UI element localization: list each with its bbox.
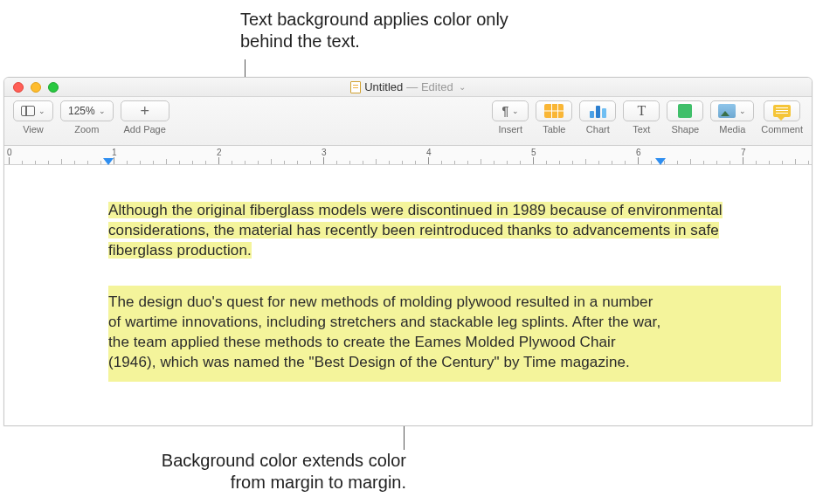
shape-label: Shape	[671, 124, 699, 135]
add-page-button[interactable]: +	[121, 100, 169, 121]
view-label: View	[23, 124, 44, 135]
zoom-button[interactable]: 125% ⌄	[60, 100, 114, 121]
media-group: ⌄ Media	[710, 100, 754, 135]
paragraph-1[interactable]: Although the original fiberglass models …	[108, 201, 781, 261]
window-controls	[4, 82, 59, 93]
text-label: Text	[633, 124, 650, 135]
chevron-down-icon: ⌄	[99, 107, 106, 115]
comment-button[interactable]	[764, 100, 800, 121]
pilcrow-icon: ¶	[501, 104, 508, 118]
chevron-down-icon[interactable]: ⌄	[459, 82, 466, 92]
shape-button[interactable]	[667, 100, 703, 121]
insert-group: ¶ ⌄ Insert	[492, 100, 529, 135]
media-label: Media	[719, 124, 745, 135]
text-icon: T	[637, 103, 646, 119]
ruler-label: 1	[112, 148, 117, 157]
text-button[interactable]: T	[623, 100, 660, 121]
chart-label: Chart	[586, 124, 610, 135]
callout-bottom: Background color extends color from marg…	[135, 450, 406, 494]
paragraph-block-highlight: The design duo's quest for new methods o…	[108, 286, 781, 382]
document-state: — Edited	[406, 80, 453, 93]
toolbar: ⌄ View 125% ⌄ Zoom + Add Page ¶ ⌄ Insert	[4, 97, 812, 146]
ruler-label: 3	[322, 148, 327, 157]
ruler: 01234567	[4, 146, 812, 165]
square-icon	[678, 104, 692, 118]
ruler-label: 0	[7, 148, 12, 157]
app-window: Untitled — Edited ⌄ ⌄ View 125% ⌄ Zoom +…	[3, 77, 813, 426]
chevron-down-icon: ⌄	[38, 107, 45, 115]
document-name: Untitled	[364, 80, 403, 93]
zoom-window-button[interactable]	[48, 82, 59, 93]
titlebar: Untitled — Edited ⌄	[4, 78, 812, 97]
bar-chart-icon	[590, 104, 606, 118]
chart-button[interactable]	[579, 100, 616, 121]
chart-group: Chart	[579, 100, 616, 135]
callout-bottom-leader	[404, 424, 405, 450]
sidebar-icon	[21, 106, 35, 116]
comment-group: Comment	[761, 100, 803, 135]
paragraph-text-highlight: Although the original fiberglass models …	[108, 201, 781, 261]
zoom-group: 125% ⌄ Zoom	[60, 100, 114, 135]
ruler-label: 6	[636, 148, 641, 157]
callout-top: Text background applies color only behin…	[240, 9, 520, 52]
text-group: T Text	[623, 100, 660, 135]
zoom-label: Zoom	[74, 124, 99, 135]
close-window-button[interactable]	[13, 82, 24, 93]
shape-group: Shape	[667, 100, 703, 135]
media-button[interactable]: ⌄	[710, 100, 754, 121]
table-group: Table	[536, 100, 572, 135]
chevron-down-icon: ⌄	[739, 107, 746, 115]
left-margin-marker[interactable]	[103, 158, 114, 165]
chevron-down-icon: ⌄	[512, 107, 519, 115]
insert-button[interactable]: ¶ ⌄	[492, 100, 529, 121]
plus-icon: +	[140, 103, 149, 119]
add-page-label: Add Page	[124, 124, 166, 135]
view-group: ⌄ View	[13, 100, 53, 135]
window-title: Untitled — Edited ⌄	[4, 80, 812, 93]
ruler-label: 5	[531, 148, 536, 157]
table-button[interactable]	[536, 100, 572, 121]
zoom-value: 125%	[68, 105, 95, 117]
comment-label: Comment	[761, 124, 803, 135]
right-margin-marker[interactable]	[655, 158, 666, 165]
minimize-window-button[interactable]	[31, 82, 41, 93]
image-icon	[718, 104, 736, 118]
document-icon	[350, 81, 361, 93]
ruler-label: 2	[217, 148, 222, 157]
table-label: Table	[543, 124, 565, 135]
highlighted-text: Although the original fiberglass models …	[108, 202, 723, 259]
page: Although the original fiberglass models …	[4, 166, 812, 382]
ruler-label: 4	[426, 148, 432, 157]
comment-icon	[773, 105, 791, 117]
add-page-group: + Add Page	[121, 100, 169, 135]
document-canvas[interactable]: Although the original fiberglass models …	[4, 166, 812, 425]
view-button[interactable]: ⌄	[13, 100, 53, 121]
table-icon	[544, 104, 564, 118]
paragraph-2[interactable]: The design duo's quest for new methods o…	[108, 293, 667, 373]
ruler-label: 7	[741, 148, 746, 157]
insert-label: Insert	[499, 124, 523, 135]
